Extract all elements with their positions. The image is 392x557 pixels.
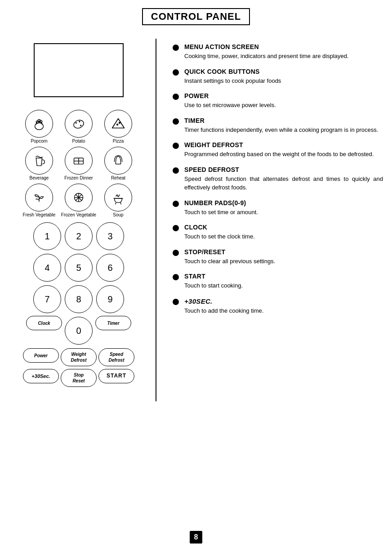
btn-fresh-veg[interactable]: Fresh Vegetable bbox=[21, 184, 57, 218]
display-screen bbox=[34, 43, 124, 97]
popcorn-icon bbox=[25, 110, 53, 138]
feature-weight-defrost-content: WEIGHT DEFROST Programmed defrosting bas… bbox=[184, 141, 383, 159]
feature-speed-defrost: SPEED DEFROST Speed defrost function tha… bbox=[173, 166, 383, 192]
svg-point-7 bbox=[80, 125, 81, 126]
feature-clock: CLOCK Touch to set the clock time. bbox=[173, 224, 383, 241]
btn-potato-label: Potato bbox=[72, 139, 85, 144]
vertical-divider bbox=[156, 39, 156, 401]
bottom-buttons-row: +30Sec. Stop Reset START bbox=[23, 369, 134, 387]
btn-popcorn-label: Popcorn bbox=[31, 139, 47, 144]
right-panel: MENU ACTION SCREEN Cooking time, power, … bbox=[164, 39, 383, 401]
bullet-dot-5 bbox=[173, 143, 179, 149]
num-3[interactable]: 3 bbox=[96, 222, 124, 250]
svg-point-12 bbox=[119, 122, 120, 124]
feature-timer-content: TIMER Timer functions independently, eve… bbox=[184, 117, 383, 135]
num-2[interactable]: 2 bbox=[65, 222, 93, 250]
feature-title-11: +30SEC. bbox=[184, 297, 383, 305]
btn-frozen-dinner-label: Frozen Dinner bbox=[64, 175, 93, 181]
power-button[interactable]: Power bbox=[23, 348, 59, 363]
num-9[interactable]: 9 bbox=[96, 285, 124, 313]
feature-desc-4: Timer functions independently, even whil… bbox=[184, 126, 383, 135]
feature-title-1: MENU ACTION SCREEN bbox=[184, 43, 383, 50]
btn-beverage-label: Beverage bbox=[30, 175, 49, 181]
feature-desc-6: Speed defrost function that alternates d… bbox=[184, 175, 383, 192]
pizza-icon bbox=[104, 110, 132, 138]
feature-desc-5: Programmed defrosting based on the weigh… bbox=[184, 150, 383, 159]
page-title: CONTROL PANEL bbox=[142, 8, 250, 25]
bullet-dot-3 bbox=[173, 94, 179, 100]
svg-point-5 bbox=[76, 122, 76, 123]
feature-number-pads-content: NUMBER PADS(0-9) Touch to set time or am… bbox=[184, 199, 383, 217]
btn-frozen-dinner[interactable]: Frozen Dinner bbox=[61, 147, 97, 181]
bullet-dot-2 bbox=[173, 69, 179, 76]
start-button[interactable]: START bbox=[98, 369, 134, 383]
feature-desc-8: Touch to set the clock time. bbox=[184, 232, 383, 241]
btn-reheat-label: Reheat bbox=[111, 175, 125, 181]
feature-desc-2: Instant settings to cook popular foods bbox=[184, 76, 383, 85]
speed-defrost-button[interactable]: Speed Defrost bbox=[98, 348, 134, 366]
feature-title-4: TIMER bbox=[184, 117, 383, 124]
numpad-row-2: 4 5 6 bbox=[32, 253, 125, 283]
feature-quick-cook: QUICK COOK BUTTONS Instant settings to c… bbox=[173, 68, 383, 85]
btn-fresh-veg-label: Fresh Vegetable bbox=[23, 212, 56, 218]
bullet-dot-6 bbox=[173, 167, 179, 174]
btn-soup[interactable]: Soup bbox=[100, 184, 136, 218]
clock-zero-timer-row: Clock 0 Timer bbox=[26, 316, 131, 346]
weight-defrost-button[interactable]: Weight Defrost bbox=[61, 348, 97, 366]
btn-frozen-veg[interactable]: Frozen Vegetable bbox=[61, 184, 97, 218]
feature-clock-content: CLOCK Touch to set the clock time. bbox=[184, 224, 383, 241]
frozen-dinner-icon bbox=[65, 147, 93, 175]
btn-soup-label: Soup bbox=[113, 212, 123, 218]
num-6[interactable]: 6 bbox=[96, 254, 124, 282]
power-defrost-row: Power Weight Defrost Speed Defrost bbox=[23, 348, 134, 366]
num-0[interactable]: 0 bbox=[65, 317, 93, 345]
feature-stop-reset-content: STOP/RESET Touch to clear all previous s… bbox=[184, 248, 383, 266]
page-number: 8 bbox=[190, 531, 202, 544]
svg-line-9 bbox=[112, 119, 118, 128]
feature-menu-action-screen-content: MENU ACTION SCREEN Cooking time, power, … bbox=[184, 43, 383, 61]
main-layout: Popcorn Potato bbox=[0, 39, 392, 401]
btn-potato[interactable]: Potato bbox=[61, 110, 97, 144]
feature-title-8: CLOCK bbox=[184, 224, 383, 231]
btn-reheat[interactable]: Reheat bbox=[100, 147, 136, 181]
svg-line-24 bbox=[120, 202, 121, 204]
feature-desc-10: Touch to start cooking. bbox=[184, 281, 383, 290]
feature-power-content: POWER Use to set microwave power levels. bbox=[184, 92, 383, 110]
feature-start-content: START Touch to start cooking. bbox=[184, 273, 383, 290]
num-4[interactable]: 4 bbox=[33, 254, 61, 282]
feature-title-5: WEIGHT DEFROST bbox=[184, 141, 383, 148]
btn-frozen-veg-label: Frozen Vegetable bbox=[61, 212, 96, 218]
quick-cook-row-1: Popcorn Potato bbox=[21, 110, 136, 144]
num-1[interactable]: 1 bbox=[33, 222, 61, 250]
feature-desc-9: Touch to clear all previous settings. bbox=[184, 257, 383, 266]
num-5[interactable]: 5 bbox=[65, 254, 93, 282]
feature-desc-1: Cooking time, power, indicators and pres… bbox=[184, 52, 383, 61]
feature-title-3: POWER bbox=[184, 92, 383, 99]
feature-plus-30sec-content: +30SEC. Touch to add the cooking time. bbox=[184, 297, 383, 315]
bullet-dot-7 bbox=[173, 201, 179, 207]
bullet-dot-1 bbox=[173, 45, 179, 51]
feature-title-2: QUICK COOK BUTTONS bbox=[184, 68, 383, 75]
feature-title-6: SPEED DEFROST bbox=[184, 166, 383, 173]
bullet-dot-11 bbox=[173, 299, 179, 305]
soup-icon bbox=[104, 184, 132, 211]
clock-button[interactable]: Clock bbox=[26, 316, 62, 330]
btn-pizza[interactable]: Pizza bbox=[100, 110, 136, 144]
feature-title-7: NUMBER PADS(0-9) bbox=[184, 199, 383, 207]
feature-number-pads: NUMBER PADS(0-9) Touch to set time or am… bbox=[173, 199, 383, 217]
num-8[interactable]: 8 bbox=[65, 285, 93, 313]
btn-popcorn[interactable]: Popcorn bbox=[21, 110, 57, 144]
feature-menu-action-screen: MENU ACTION SCREEN Cooking time, power, … bbox=[173, 43, 383, 61]
stop-reset-button[interactable]: Stop Reset bbox=[61, 369, 97, 387]
left-panel: Popcorn Potato bbox=[9, 39, 148, 401]
feature-power: POWER Use to set microwave power levels. bbox=[173, 92, 383, 110]
feature-speed-defrost-content: SPEED DEFROST Speed defrost function tha… bbox=[184, 166, 383, 192]
timer-button[interactable]: Timer bbox=[95, 316, 131, 330]
btn-beverage[interactable]: Beverage bbox=[21, 147, 57, 181]
feature-plus-30sec: +30SEC. Touch to add the cooking time. bbox=[173, 297, 383, 315]
bullet-dot-8 bbox=[173, 225, 179, 231]
svg-point-4 bbox=[72, 119, 85, 130]
num-7[interactable]: 7 bbox=[33, 285, 61, 313]
plus-30sec-button[interactable]: +30Sec. bbox=[23, 369, 59, 383]
svg-point-6 bbox=[79, 121, 80, 122]
